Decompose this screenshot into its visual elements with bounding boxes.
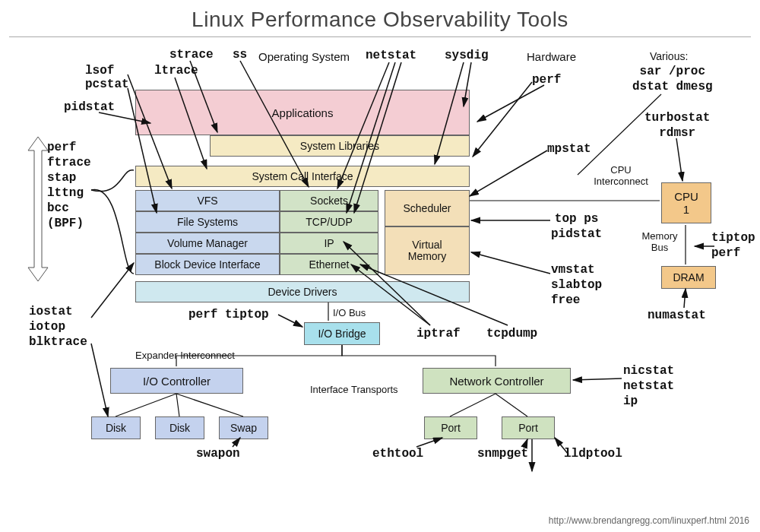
t-vmstat: vmstat slabtop free [551,262,602,308]
expander-label: Expander Interconnect [135,350,235,361]
box-port-1: Port [424,416,477,439]
t-mpstat: mpstat [547,142,591,156]
t-ss: ss [233,48,247,62]
box-tcpudp: TCP/UDP [280,211,378,233]
t-ltrace: ltrace [154,64,198,78]
t-swapon: swapon [196,447,240,461]
box-io-bridge: I/O Bridge [304,322,380,345]
t-lsof: lsof pcstat [85,64,129,91]
box-port-2: Port [502,416,555,439]
t-turbostat: turbostat rdmsr [644,110,710,141]
box-ethernet: Ethernet [280,254,378,275]
box-sockets: Sockets [280,190,378,211]
t-netstat: netstat [366,49,416,62]
t-various: sar /proc dstat dmesg [632,64,713,94]
t-iptraf: iptraf [416,327,461,340]
t-perf-stack: perf ftrace stap lttng bcc (BPF) [47,140,91,231]
box-system-libraries: System Libraries [210,135,470,157]
box-swap: Swap [219,416,268,439]
t-pidstat: pidstat [64,100,115,114]
iobus-label: I/O Bus [333,307,366,318]
box-ip: IP [280,233,378,254]
membus-label: Memory Bus [633,230,686,253]
t-tcpdump: tcpdump [486,327,537,340]
t-ethtool: ethtool [372,447,423,461]
box-virtmem: Virtual Memory [385,226,470,275]
t-perf: perf [532,73,561,87]
box-scheduler: Scheduler [385,190,470,226]
box-dram: DRAM [661,266,716,289]
t-perf-tiptop: perf tiptop [188,308,269,321]
interface-transports-label: Interface Transports [310,384,398,395]
t-snmpget: snmpget [477,447,528,461]
box-cpu: CPU 1 [661,182,711,223]
box-io-controller: I/O Controller [110,368,243,394]
t-iostat-stack: iostat iotop blktrace [29,304,87,350]
t-strace: strace [169,48,214,62]
t-numastat: numastat [648,309,706,322]
box-device-drivers: Device Drivers [135,281,470,302]
t-nicstat: nicstat netstat ip [623,363,674,409]
box-network-controller: Network Controller [423,368,571,394]
span-arrow [27,137,49,281]
box-bdi: Block Device Interface [135,254,280,275]
os-label: Operating System [258,50,350,63]
divider [9,36,751,37]
box-disk-1: Disk [91,416,141,439]
t-tiptop-perf: tiptop perf [711,230,755,261]
box-sci: System Call Interface [135,166,470,187]
t-top-ps: top ps pidstat [551,211,602,242]
various-label: Various: [650,50,688,62]
box-vfs: VFS [135,190,280,211]
footer: http://www.brendangregg.com/linuxperf.ht… [549,515,749,526]
t-lldptool: lldptool [564,447,622,461]
box-vm: Volume Manager [135,233,280,254]
hw-label: Hardware [527,50,576,63]
page-title: Linux Performance Observability Tools [0,8,760,32]
cpu-interconnect-label: CPU Interconnect [585,164,657,187]
box-fs: File Systems [135,211,280,233]
box-applications: Applications [135,90,470,135]
box-disk-2: Disk [155,416,204,439]
t-sysdig: sysdig [445,49,489,62]
